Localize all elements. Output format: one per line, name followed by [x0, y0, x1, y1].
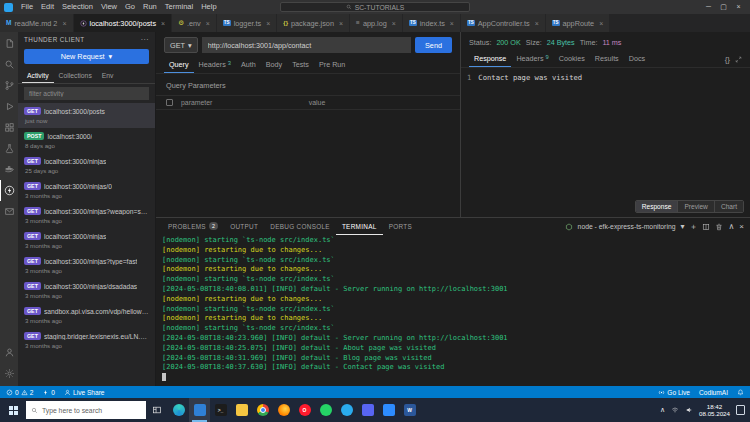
menu-view[interactable]: View: [97, 0, 121, 14]
history-item[interactable]: GETlocalhost:3000/ninjas3 months ago: [18, 228, 155, 253]
menu-run[interactable]: Run: [139, 0, 161, 14]
run-debug-icon[interactable]: [0, 96, 18, 117]
response-tab-cookies[interactable]: Cookies: [554, 51, 590, 67]
editor-tab[interactable]: localhost:3000/posts×: [74, 14, 173, 32]
filter-activity-input[interactable]: [24, 87, 149, 100]
maximize-icon[interactable]: ▢: [716, 0, 731, 14]
word-taskbar-button[interactable]: W: [399, 398, 420, 422]
close-tab-icon[interactable]: ×: [450, 20, 454, 27]
settings-icon[interactable]: [0, 363, 18, 384]
sidebar-tab-collections[interactable]: Collections: [54, 68, 97, 83]
request-tab-auth[interactable]: Auth: [236, 57, 261, 73]
trash-icon[interactable]: [715, 223, 723, 231]
close-tab-icon[interactable]: ×: [339, 20, 343, 27]
mail-icon[interactable]: [0, 201, 18, 222]
edge-taskbar-button[interactable]: [168, 398, 189, 422]
view-response-button[interactable]: Response: [636, 201, 679, 212]
sidebar-tab-env[interactable]: Env: [97, 68, 119, 83]
request-tab-body[interactable]: Body: [261, 57, 287, 73]
extensions-icon[interactable]: [0, 117, 18, 138]
new-terminal-icon[interactable]: ＋: [689, 221, 697, 232]
menu-help[interactable]: Help: [197, 0, 220, 14]
terminal-output[interactable]: [nodemon] starting `ts-node src/index.ts…: [156, 235, 750, 386]
close-tab-icon[interactable]: ×: [392, 20, 396, 27]
docker-icon[interactable]: [0, 159, 18, 180]
panel-tab-output[interactable]: OUTPUT: [224, 218, 264, 235]
panel-tab-terminal[interactable]: TERMINAL: [336, 218, 383, 235]
new-request-button[interactable]: New Request ▾: [24, 49, 149, 64]
opera-taskbar-button[interactable]: O: [294, 398, 315, 422]
zoom-taskbar-button[interactable]: [378, 398, 399, 422]
chevron-down-icon[interactable]: ▾: [680, 222, 684, 231]
notification-center-icon[interactable]: [736, 405, 745, 415]
request-tab-pre-run[interactable]: Pre Run: [314, 57, 350, 73]
response-tab-results[interactable]: Results: [590, 51, 624, 67]
braces-icon[interactable]: {}: [725, 55, 730, 64]
expand-icon[interactable]: [735, 56, 742, 63]
terminal-taskbar-button[interactable]: >_: [210, 398, 231, 422]
sidebar-tab-activity[interactable]: Activity: [22, 68, 54, 83]
history-item[interactable]: GETsandbox.api.visa.com/vdp/helloworld3 …: [18, 303, 155, 328]
request-url-input[interactable]: [202, 37, 411, 53]
editor-tab[interactable]: ≡app.log×: [350, 14, 403, 32]
problems-status[interactable]: 0 2: [6, 389, 33, 396]
view-preview-button[interactable]: Preview: [678, 201, 714, 212]
thunder-status[interactable]: 0: [42, 389, 55, 396]
whatsapp-taskbar-button[interactable]: [315, 398, 336, 422]
task-view-button[interactable]: [146, 398, 168, 422]
editor-tab[interactable]: TSindex.ts×: [403, 14, 461, 32]
menu-edit[interactable]: Edit: [37, 0, 58, 14]
close-window-icon[interactable]: ×: [731, 0, 746, 14]
request-tab-headers[interactable]: Headers3: [194, 57, 236, 73]
maximize-panel-icon[interactable]: ∧: [728, 222, 734, 231]
editor-tab[interactable]: ⚙.env×: [172, 14, 217, 32]
firefox-taskbar-button[interactable]: [273, 398, 294, 422]
menu-go[interactable]: Go: [121, 0, 139, 14]
close-tab-icon[interactable]: ×: [535, 20, 539, 27]
split-terminal-icon[interactable]: [702, 223, 710, 231]
notifications-button[interactable]: [737, 389, 744, 396]
source-control-icon[interactable]: [0, 75, 18, 96]
taskbar-clock[interactable]: 18:42 08.05.2024: [699, 403, 730, 418]
response-tab-docs[interactable]: Docs: [624, 51, 650, 67]
chrome-taskbar-button[interactable]: [252, 398, 273, 422]
file-explorer-taskbar-button[interactable]: [231, 398, 252, 422]
editor-tab[interactable]: TSAppController.ts×: [461, 14, 546, 32]
history-item[interactable]: GETlocalhost:3000/ninjas?weapon=stars3 m…: [18, 203, 155, 228]
close-tab-icon[interactable]: ×: [62, 20, 66, 27]
menu-terminal[interactable]: Terminal: [161, 0, 197, 14]
wifi-icon[interactable]: [671, 406, 679, 414]
history-item[interactable]: GETlocalhost:3000/ninjas?type=fast3 mont…: [18, 253, 155, 278]
tray-expand-icon[interactable]: ∧: [660, 406, 665, 414]
response-tab-headers[interactable]: Headers9: [511, 51, 553, 67]
terminal-session-label[interactable]: node - efk-express-ts-monitoring: [578, 223, 676, 230]
send-button[interactable]: Send: [415, 37, 452, 53]
search-icon[interactable]: [0, 54, 18, 75]
menu-file[interactable]: File: [17, 0, 37, 14]
minimize-icon[interactable]: ─: [701, 0, 716, 14]
telegram-taskbar-button[interactable]: [336, 398, 357, 422]
menu-selection[interactable]: Selection: [58, 0, 97, 14]
testing-icon[interactable]: [0, 138, 18, 159]
close-tab-icon[interactable]: ×: [206, 20, 210, 27]
close-tab-icon[interactable]: ×: [161, 20, 165, 27]
editor-tab[interactable]: TSappRoute×: [546, 14, 611, 32]
close-tab-icon[interactable]: ×: [266, 20, 270, 27]
request-tab-tests[interactable]: Tests: [287, 57, 314, 73]
go-live-button[interactable]: Go Live: [658, 389, 690, 396]
editor-tab[interactable]: TSlogger.ts×: [217, 14, 277, 32]
history-item[interactable]: POSTlocalhost:3000/8 days ago: [18, 128, 155, 153]
response-tab-response[interactable]: Response: [469, 51, 511, 67]
codium-button[interactable]: CodiumAI: [699, 389, 728, 396]
history-item[interactable]: GETlocalhost:3000/ninjas/03 months ago: [18, 178, 155, 203]
history-item[interactable]: GETstaging.bridger.lexisnexis.eu/LN.WebS…: [18, 328, 155, 353]
panel-tab-problems[interactable]: PROBLEMS2: [162, 218, 224, 235]
title-search-box[interactable]: SC-TUTORIALS: [280, 2, 470, 12]
editor-tab[interactable]: {}package.json×: [277, 14, 350, 32]
method-select[interactable]: GET ▾: [164, 37, 198, 53]
editor-tab[interactable]: MreadMe.md 2×: [0, 14, 74, 32]
explorer-icon[interactable]: [0, 33, 18, 54]
thunder-client-icon[interactable]: [0, 180, 18, 201]
start-button[interactable]: [0, 398, 26, 422]
view-chart-button[interactable]: Chart: [715, 201, 743, 212]
